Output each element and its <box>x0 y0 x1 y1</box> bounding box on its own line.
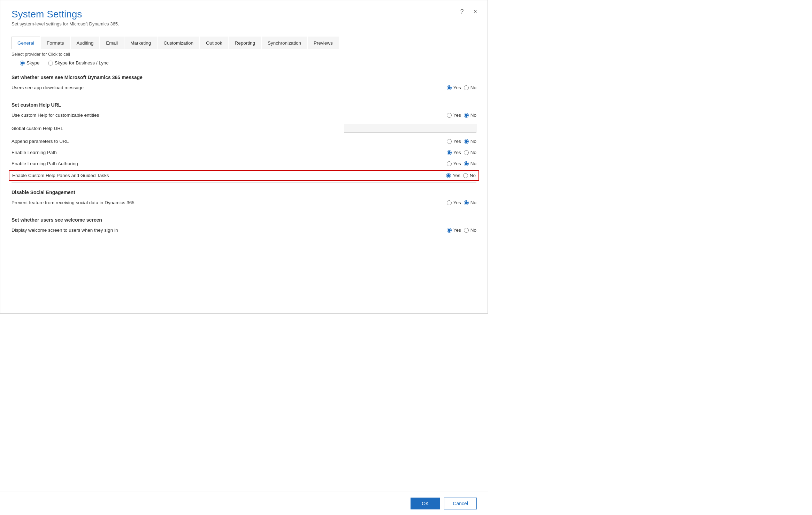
global-help-url-input[interactable] <box>344 124 476 133</box>
use-custom-help-controls: Yes No <box>407 113 476 118</box>
app-download-controls: Yes No <box>407 85 476 90</box>
enable-learning-path-authoring-label: Enable Learning Path Authoring <box>12 161 407 166</box>
help-button[interactable]: ? <box>458 7 466 16</box>
dialog-title: System Settings <box>12 9 476 20</box>
tabs-container: General Formats Auditing Email Marketing… <box>0 36 488 49</box>
footer-spacer <box>12 236 476 264</box>
append-params-yes-option[interactable]: Yes <box>447 139 461 144</box>
skype-option[interactable]: Skype <box>20 60 40 66</box>
learning-path-authoring-yes-option[interactable]: Yes <box>447 161 461 166</box>
app-download-label: Users see app download message <box>12 85 407 90</box>
learning-path-authoring-yes-radio[interactable] <box>447 161 452 166</box>
enable-learning-path-authoring-controls: Yes No <box>407 161 476 166</box>
prevent-social-data-controls: Yes No <box>407 200 476 205</box>
setting-global-help-url: Global custom Help URL <box>12 121 476 136</box>
prevent-social-no-radio[interactable] <box>464 200 469 205</box>
use-custom-help-yes-radio[interactable] <box>447 113 452 118</box>
custom-help-panes-no-radio[interactable] <box>463 173 468 178</box>
display-welcome-screen-label: Display welcome screen to users when the… <box>12 228 407 233</box>
setting-app-download-message: Users see app download message Yes No <box>12 82 476 93</box>
use-custom-help-no-option[interactable]: No <box>464 113 476 118</box>
scroll-hint: Select provider for Click to call <box>12 49 476 58</box>
section-social-engagement-header: Disable Social Engagement <box>12 184 476 197</box>
app-download-no-radio[interactable] <box>464 85 469 90</box>
app-download-yes-option[interactable]: Yes <box>447 85 461 90</box>
skype-radio[interactable] <box>20 61 25 66</box>
tab-customization[interactable]: Customization <box>158 37 199 49</box>
welcome-screen-yes-option[interactable]: Yes <box>447 228 461 233</box>
append-params-yes-radio[interactable] <box>447 139 452 144</box>
learning-path-yes-radio[interactable] <box>447 150 452 155</box>
section-dynamics-message-header: Set whether users see Microsoft Dynamics… <box>12 69 476 82</box>
custom-help-panes-yes-radio[interactable] <box>446 173 451 178</box>
tab-auditing[interactable]: Auditing <box>71 37 100 49</box>
tab-previews[interactable]: Previews <box>308 37 339 49</box>
append-params-no-option[interactable]: No <box>464 139 476 144</box>
tab-outlook[interactable]: Outlook <box>200 37 228 49</box>
setting-enable-learning-path-authoring: Enable Learning Path Authoring Yes No <box>12 158 476 169</box>
tab-synchronization[interactable]: Synchronization <box>262 37 307 49</box>
enable-learning-path-label: Enable Learning Path <box>12 150 407 155</box>
tab-marketing[interactable]: Marketing <box>124 37 157 49</box>
learning-path-authoring-no-option[interactable]: No <box>464 161 476 166</box>
append-params-label: Append parameters to URL <box>12 139 407 144</box>
global-help-url-controls <box>344 124 476 133</box>
prevent-social-yes-option[interactable]: Yes <box>447 200 461 205</box>
setting-use-custom-help: Use custom Help for customizable entitie… <box>12 110 476 121</box>
tab-formats[interactable]: Formats <box>41 37 70 49</box>
skype-business-label: Skype for Business / Lync <box>55 60 109 66</box>
setting-enable-custom-help-panes: Enable Custom Help Panes and Guided Task… <box>9 170 479 181</box>
section-custom-help-header: Set custom Help URL <box>12 97 476 110</box>
tab-reporting[interactable]: Reporting <box>229 37 261 49</box>
enable-custom-help-panes-controls: Yes No <box>406 173 476 178</box>
welcome-screen-no-option[interactable]: No <box>464 228 476 233</box>
app-download-yes-radio[interactable] <box>447 85 452 90</box>
use-custom-help-yes-option[interactable]: Yes <box>447 113 461 118</box>
setting-append-params: Append parameters to URL Yes No <box>12 136 476 147</box>
divider-1 <box>12 95 476 95</box>
custom-help-panes-yes-option[interactable]: Yes <box>446 173 460 178</box>
dialog-header: System Settings Set system-level setting… <box>0 0 488 31</box>
close-button[interactable]: × <box>471 7 479 16</box>
skype-business-option[interactable]: Skype for Business / Lync <box>48 60 109 66</box>
prevent-social-no-option[interactable]: No <box>464 200 476 205</box>
skype-business-radio[interactable] <box>48 61 53 66</box>
dialog-subtitle: Set system-level settings for Microsoft … <box>12 21 476 26</box>
use-custom-help-no-radio[interactable] <box>464 113 469 118</box>
setting-enable-learning-path: Enable Learning Path Yes No <box>12 147 476 158</box>
setting-prevent-social-data: Prevent feature from receiving social da… <box>12 197 476 208</box>
divider-2 <box>12 182 476 183</box>
append-params-controls: Yes No <box>407 139 476 144</box>
enable-custom-help-panes-label: Enable Custom Help Panes and Guided Task… <box>12 173 406 178</box>
divider-3 <box>12 210 476 210</box>
skype-label: Skype <box>26 60 40 66</box>
content-area: Select provider for Click to call Skype … <box>0 49 488 264</box>
header-controls: ? × <box>458 7 479 16</box>
prevent-social-data-label: Prevent feature from receiving social da… <box>12 200 407 205</box>
custom-help-panes-no-option[interactable]: No <box>463 173 476 178</box>
learning-path-no-option[interactable]: No <box>464 150 476 155</box>
section-welcome-screen-header: Set whether users see welcome screen <box>12 212 476 225</box>
tab-email[interactable]: Email <box>100 37 124 49</box>
app-download-no-option[interactable]: No <box>464 85 476 90</box>
display-welcome-screen-controls: Yes No <box>407 228 476 233</box>
append-params-no-radio[interactable] <box>464 139 469 144</box>
prevent-social-yes-radio[interactable] <box>447 200 452 205</box>
enable-learning-path-controls: Yes No <box>407 150 476 155</box>
setting-display-welcome-screen: Display welcome screen to users when the… <box>12 225 476 236</box>
global-help-url-label: Global custom Help URL <box>12 126 344 131</box>
welcome-screen-no-radio[interactable] <box>464 228 469 233</box>
use-custom-help-label: Use custom Help for customizable entitie… <box>12 113 407 118</box>
learning-path-yes-option[interactable]: Yes <box>447 150 461 155</box>
learning-path-no-radio[interactable] <box>464 150 469 155</box>
welcome-screen-yes-radio[interactable] <box>447 228 452 233</box>
learning-path-authoring-no-radio[interactable] <box>464 161 469 166</box>
tab-general[interactable]: General <box>12 37 40 49</box>
provider-row: Skype Skype for Business / Lync <box>12 58 476 69</box>
